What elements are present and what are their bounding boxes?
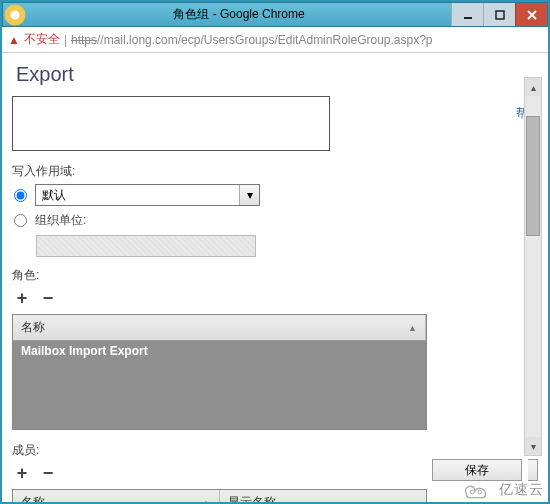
scope-ou-label: 组织单位: xyxy=(35,212,86,229)
address-separator: | xyxy=(64,33,67,47)
svg-rect-2 xyxy=(464,17,472,19)
scope-default-radio[interactable] xyxy=(14,189,27,202)
window-titlebar: 角色组 - Google Chrome xyxy=(2,2,548,27)
roles-remove-button[interactable]: − xyxy=(38,288,58,308)
window-maximize-button[interactable] xyxy=(483,3,515,26)
scroll-down-button[interactable]: ▾ xyxy=(525,437,541,455)
write-scope-label: 写入作用域: xyxy=(12,163,510,180)
vertical-scrollbar[interactable]: ▴ ▾ xyxy=(524,77,542,456)
scope-ou-input xyxy=(36,235,256,257)
chevron-down-icon: ▾ xyxy=(239,185,259,205)
window-title: 角色组 - Google Chrome xyxy=(27,6,451,23)
svg-point-1 xyxy=(11,10,20,19)
members-grid: 名称 ▲ 显示名称 Dele Dele xyxy=(12,489,427,502)
description-textarea[interactable] xyxy=(12,96,330,151)
page-title: Export xyxy=(16,63,510,86)
address-bar[interactable]: ▲ 不安全 | https //mail.long.com /ecp/Users… xyxy=(2,27,548,53)
scroll-track[interactable] xyxy=(525,96,541,437)
window-minimize-button[interactable] xyxy=(451,3,483,26)
cancel-button-cut[interactable] xyxy=(528,459,538,481)
watermark: 亿速云 xyxy=(457,480,544,500)
insecure-label: 不安全 xyxy=(24,31,60,48)
members-column-display[interactable]: 显示名称 xyxy=(220,490,427,502)
address-path: /ecp/UsersGroups/EditAdminRoleGroup.aspx… xyxy=(178,33,433,47)
svg-point-4 xyxy=(470,490,474,494)
sort-indicator-icon: ▲ xyxy=(408,323,417,333)
scroll-up-button[interactable]: ▴ xyxy=(525,78,541,96)
svg-point-5 xyxy=(478,490,482,494)
scope-default-select[interactable]: 默认 ▾ xyxy=(35,184,260,206)
scope-ou-radio[interactable] xyxy=(14,214,27,227)
watermark-text: 亿速云 xyxy=(499,481,544,499)
roles-grid-empty xyxy=(13,361,426,429)
roles-label: 角色: xyxy=(12,267,510,284)
sort-indicator-icon: ▲ xyxy=(202,498,211,503)
insecure-warning-icon: ▲ xyxy=(8,33,20,47)
roles-add-button[interactable]: + xyxy=(12,288,32,308)
roles-grid: 名称 ▲ Mailbox Import Export xyxy=(12,314,427,430)
table-row[interactable]: Mailbox Import Export xyxy=(13,341,426,361)
window-close-button[interactable] xyxy=(515,3,547,26)
main-content: Export 写入作用域: 默认 ▾ 组织单位: 角色: + − 名称 xyxy=(2,53,520,502)
roles-column-name[interactable]: 名称 ▲ xyxy=(13,315,426,340)
scroll-thumb[interactable] xyxy=(526,116,540,236)
scope-default-value: 默认 xyxy=(42,187,66,204)
svg-rect-3 xyxy=(496,11,504,19)
cloud-logo-icon xyxy=(457,480,495,500)
save-button[interactable]: 保存 xyxy=(432,459,522,481)
address-scheme: https xyxy=(71,33,97,47)
members-column-name[interactable]: 名称 ▲ xyxy=(13,490,220,502)
address-host: //mail.long.com xyxy=(97,33,178,47)
app-icon xyxy=(3,3,27,27)
